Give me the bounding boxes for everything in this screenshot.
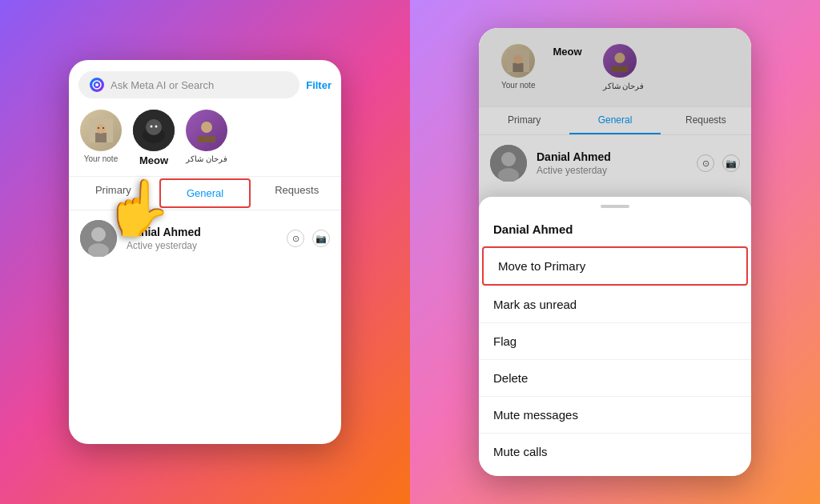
meta-ai-icon <box>90 78 104 92</box>
svg-point-4 <box>96 124 106 134</box>
svg-point-10 <box>151 126 153 128</box>
svg-point-5 <box>98 127 99 129</box>
story-label-note: Your note <box>84 154 118 163</box>
tab-general-left[interactable]: General <box>159 178 251 208</box>
msg-actions-left: ⊙ 📷 <box>287 230 330 247</box>
tab-requests-left[interactable]: Requests <box>252 177 341 210</box>
svg-point-12 <box>201 122 212 133</box>
settings-icon-left[interactable]: ⊙ <box>287 230 304 247</box>
sheet-item-mark-unread[interactable]: Mark as unread <box>479 286 751 322</box>
search-bar-area: Ask Meta AI or Search Filter <box>69 60 341 105</box>
sheet-item-move-to-primary[interactable]: Move to Primary <box>482 246 748 286</box>
right-panel: instafrenzy.com Your not <box>410 0 820 504</box>
left-panel: instafrenzy.com Ask Meta AI or Search Fi… <box>0 0 410 504</box>
avatar-meow <box>133 110 175 151</box>
hand-pointer: 👆 <box>104 176 172 240</box>
svg-point-1 <box>95 83 98 86</box>
svg-point-11 <box>155 126 158 128</box>
bottom-sheet: Danial Ahmed Move to Primary Mark as unr… <box>479 197 751 476</box>
avatar-note <box>80 110 122 151</box>
story-item-note[interactable]: Your note <box>80 110 122 163</box>
filter-button[interactable]: Filter <box>306 79 332 91</box>
svg-rect-13 <box>198 136 215 142</box>
camera-icon-left[interactable]: 📷 <box>312 230 330 247</box>
story-label-farhan: فرحان شاکر <box>186 154 227 163</box>
svg-point-9 <box>146 119 162 135</box>
msg-status-left: Active yesterday <box>127 240 277 251</box>
svg-point-6 <box>102 127 104 129</box>
search-placeholder-text: Ask Meta AI or Search <box>111 79 214 91</box>
svg-rect-3 <box>95 133 107 142</box>
story-label-meow: Meow <box>139 154 168 166</box>
sheet-item-delete[interactable]: Delete <box>479 360 751 396</box>
right-phone-mockup: Your note Meow فرحان شاکر <box>479 28 751 476</box>
left-phone-mockup: Ask Meta AI or Search Filter <box>69 60 341 444</box>
sheet-username: Danial Ahmed <box>479 219 751 246</box>
avatar-farhan <box>186 110 227 151</box>
story-item-meow[interactable]: Meow <box>133 110 175 168</box>
story-row-left: Your note Meow <box>69 105 341 176</box>
sheet-item-flag[interactable]: Flag <box>479 323 751 359</box>
story-item-farhan[interactable]: فرحان شاکر <box>186 110 227 163</box>
sheet-item-mute-calls[interactable]: Mute calls <box>479 434 751 470</box>
sheet-handle <box>601 205 629 208</box>
search-bar[interactable]: Ask Meta AI or Search <box>78 71 299 98</box>
sheet-item-mute-messages[interactable]: Mute messages <box>479 397 751 433</box>
